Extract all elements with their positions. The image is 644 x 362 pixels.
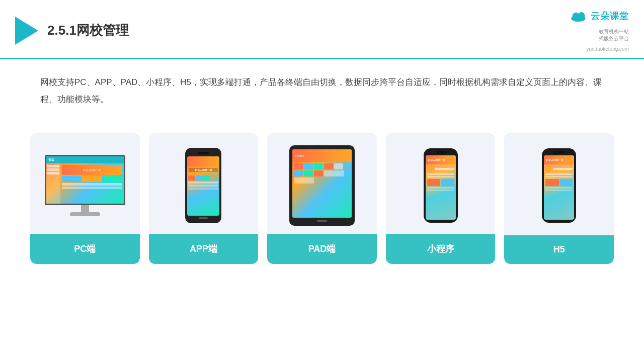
card-miniprogram: 职达人的第一堂 <box>386 133 496 264</box>
card-miniprogram-label: 小程序 <box>386 234 496 264</box>
mini-phone-h5-icon: 职达人的第一堂 <box>542 148 576 223</box>
card-h5: 职达人的第一堂 <box>504 133 614 264</box>
card-pad-label: PAD端 <box>267 234 377 264</box>
mini-phone-wechat-icon: 职达人的第一堂 <box>424 148 458 223</box>
description-paragraph: 网校支持PC、APP、PAD、小程序、H5，实现多端打通，产品各终端自由切换，数… <box>40 74 604 108</box>
card-pc: 云朵 职达人的第一堂 <box>30 133 140 264</box>
brand-logo: 云朵课堂 教育机构一站 式服务云平台 yunduoketang.com <box>570 9 629 52</box>
cloud-icon <box>570 9 589 23</box>
pc-monitor-icon: 云朵 职达人的第一堂 <box>40 155 130 216</box>
tablet-pad-icon: 云朵课堂 <box>289 145 355 226</box>
card-app-image: 职达人的第一堂 <box>149 133 259 234</box>
card-app: 职达人的第一堂 APP端 <box>149 133 259 264</box>
brand-name: 云朵课堂 <box>591 10 629 22</box>
card-pc-label: PC端 <box>30 234 140 264</box>
card-h5-image: 职达人的第一堂 <box>504 133 614 234</box>
header-left: 2.5.1网校管理 <box>15 17 129 45</box>
header: 2.5.1网校管理 云朵课堂 教育机构一站 式服务云平台 yunduoketan… <box>0 0 644 59</box>
card-pad-image: 云朵课堂 <box>267 133 377 234</box>
svg-point-4 <box>578 12 585 19</box>
card-h5-label: H5 <box>504 235 614 264</box>
phone-app-icon: 职达人的第一堂 <box>185 148 221 223</box>
cards-container: 云朵 职达人的第一堂 <box>0 118 644 264</box>
card-pad: 云朵课堂 <box>267 133 377 264</box>
description-text: 网校支持PC、APP、PAD、小程序、H5，实现多端打通，产品各终端自由切换，数… <box>0 59 644 113</box>
brand-cloud: 云朵课堂 <box>570 9 629 23</box>
card-miniprogram-image: 职达人的第一堂 <box>386 133 496 234</box>
page-title: 2.5.1网校管理 <box>47 22 129 39</box>
card-app-label: APP端 <box>149 234 259 264</box>
card-pc-image: 云朵 职达人的第一堂 <box>30 133 140 234</box>
brand-tagline: 教育机构一站 式服务云平台 <box>599 28 629 42</box>
brand-url: yunduoketang.com <box>586 46 629 52</box>
logo-triangle-icon <box>15 17 38 45</box>
